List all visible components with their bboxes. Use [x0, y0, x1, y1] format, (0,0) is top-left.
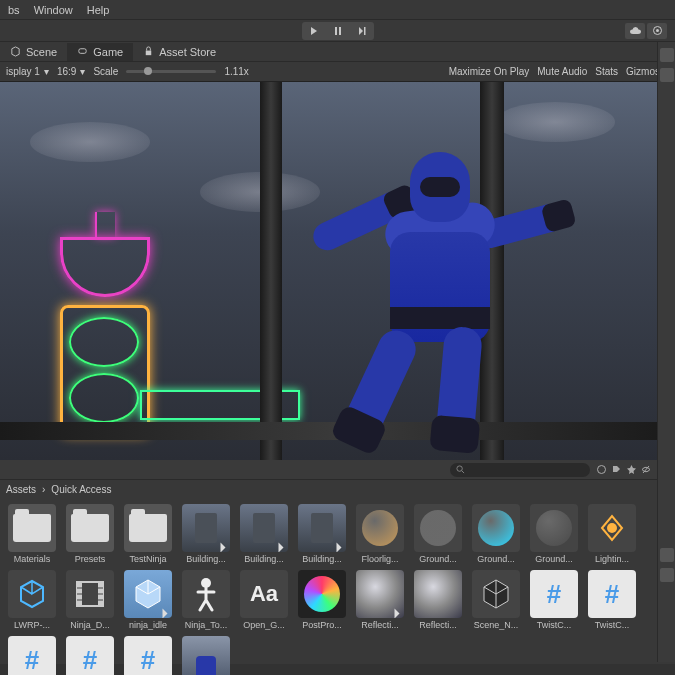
asset-thumbnail: #: [66, 636, 114, 675]
asset-item[interactable]: AaOpen_G...: [238, 570, 290, 630]
asset-item[interactable]: Building...: [238, 504, 290, 564]
play-button[interactable]: [302, 22, 326, 40]
asset-label: Materials: [6, 554, 58, 564]
asset-item[interactable]: Building...: [296, 504, 348, 564]
maximize-toggle[interactable]: Maximize On Play: [449, 66, 530, 77]
asset-label: Building...: [238, 554, 290, 564]
svg-point-9: [597, 466, 605, 474]
view-tabs: Scene Game Asset Store: [0, 42, 675, 62]
asset-label: Ninja_D...: [64, 620, 116, 630]
filter-label-icon[interactable]: [611, 464, 622, 475]
sub-asset-icon: [221, 543, 226, 553]
asset-thumbnail: [182, 636, 230, 675]
asset-item[interactable]: Building...: [180, 504, 232, 564]
svg-point-4: [656, 29, 659, 32]
asset-label: Reflecti...: [412, 620, 464, 630]
breadcrumb-current[interactable]: Quick Access: [51, 484, 111, 495]
asset-thumbnail: [530, 504, 578, 552]
asset-item[interactable]: TestNinja: [122, 504, 174, 564]
asset-item[interactable]: #TwistC...: [64, 636, 116, 675]
tab-label: Game: [93, 46, 123, 58]
asset-thumbnail: #: [124, 636, 172, 675]
asset-item[interactable]: Reflecti...: [412, 570, 464, 630]
asset-item[interactable]: #TwistC...: [528, 570, 580, 630]
asset-item[interactable]: Materials: [6, 504, 58, 564]
search-icon: [456, 465, 465, 474]
asset-thumbnail: Aa: [240, 570, 288, 618]
asset-item[interactable]: Ground...: [528, 504, 580, 564]
ninja-character: [290, 152, 570, 452]
search-input[interactable]: [450, 463, 590, 477]
asset-label: Presets: [64, 554, 116, 564]
asset-thumbnail: [8, 570, 56, 618]
scale-slider[interactable]: [126, 70, 216, 73]
game-icon: [77, 46, 88, 57]
cloud-icon[interactable]: [625, 23, 645, 39]
tab-game[interactable]: Game: [67, 43, 133, 61]
asset-thumbnail: [298, 504, 346, 552]
breadcrumb: Assets › Quick Access: [0, 480, 675, 498]
menu-item[interactable]: Help: [87, 4, 110, 16]
menu-item[interactable]: Window: [34, 4, 73, 16]
asset-item[interactable]: #TwistC...: [586, 570, 638, 630]
asset-item[interactable]: Scene_N...: [470, 570, 522, 630]
svg-rect-6: [146, 51, 152, 56]
asset-item[interactable]: ninja_idle: [122, 570, 174, 630]
menu-item[interactable]: bs: [8, 4, 20, 16]
project-toolbar: 18: [0, 460, 675, 480]
asset-label: Open_G...: [238, 620, 290, 630]
panel-button[interactable]: [660, 68, 674, 82]
asset-label: Ground...: [412, 554, 464, 564]
aspect-dropdown[interactable]: 16:9 ▾: [57, 66, 85, 77]
asset-label: LWRP-...: [6, 620, 58, 630]
tab-label: Scene: [26, 46, 57, 58]
asset-label: Scene_N...: [470, 620, 522, 630]
svg-line-8: [462, 471, 464, 473]
tab-scene[interactable]: Scene: [0, 43, 67, 61]
asset-item[interactable]: Ninja_To...: [180, 570, 232, 630]
svg-rect-5: [79, 49, 86, 54]
asset-item[interactable]: Ground...: [412, 504, 464, 564]
scene-pole: [260, 82, 282, 460]
asset-thumbnail: [414, 504, 462, 552]
panel-button[interactable]: [660, 48, 674, 62]
mute-toggle[interactable]: Mute Audio: [537, 66, 587, 77]
tab-label: Asset Store: [159, 46, 216, 58]
panel-button[interactable]: [660, 548, 674, 562]
lock-icon: [143, 46, 154, 57]
account-icon[interactable]: [647, 23, 667, 39]
step-button[interactable]: [350, 22, 374, 40]
asset-item[interactable]: PostPro...: [296, 570, 348, 630]
asset-item[interactable]: #TwoBon...: [122, 636, 174, 675]
hidden-toggle[interactable]: [641, 464, 655, 475]
neon-sign: [50, 212, 160, 412]
favorite-icon[interactable]: [626, 464, 637, 475]
chevron-right-icon: ›: [42, 484, 45, 495]
asset-item[interactable]: Worksh...: [180, 636, 232, 675]
asset-item[interactable]: #TwistC...: [6, 636, 58, 675]
panel-button[interactable]: [660, 568, 674, 582]
pause-button[interactable]: [326, 22, 350, 40]
asset-label: Ninja_To...: [180, 620, 232, 630]
tab-asset-store[interactable]: Asset Store: [133, 43, 226, 61]
asset-item[interactable]: Ground...: [470, 504, 522, 564]
play-controls: [302, 22, 374, 40]
filter-type-icon[interactable]: [596, 464, 607, 475]
asset-thumbnail: [182, 504, 230, 552]
asset-label: Building...: [180, 554, 232, 564]
asset-label: Lightin...: [586, 554, 638, 564]
asset-item[interactable]: Ninja_D...: [64, 570, 116, 630]
asset-label: Reflecti...: [354, 620, 406, 630]
asset-thumbnail: [414, 570, 462, 618]
breadcrumb-root[interactable]: Assets: [6, 484, 36, 495]
display-dropdown[interactable]: isplay 1 ▾: [6, 66, 49, 77]
asset-item[interactable]: Reflecti...: [354, 570, 406, 630]
asset-item[interactable]: LWRP-...: [6, 570, 58, 630]
asset-item[interactable]: Lightin...: [586, 504, 638, 564]
asset-thumbnail: #: [8, 636, 56, 675]
asset-label: TestNinja: [122, 554, 174, 564]
sub-asset-icon: [279, 543, 284, 553]
asset-item[interactable]: Presets: [64, 504, 116, 564]
stats-toggle[interactable]: Stats: [595, 66, 618, 77]
asset-item[interactable]: Floorlig...: [354, 504, 406, 564]
